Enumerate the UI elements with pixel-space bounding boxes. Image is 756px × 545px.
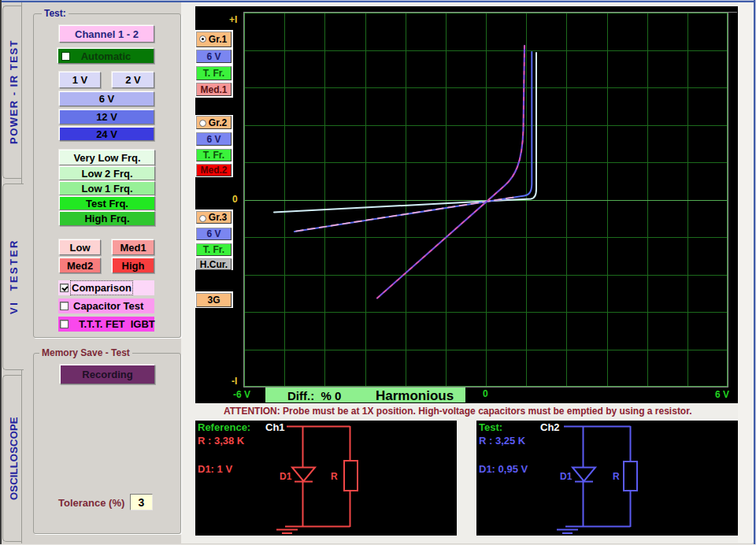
tab-vi-tester-label: VI TESTER: [8, 184, 20, 369]
comparison-checkbox[interactable]: [60, 284, 69, 292]
gr1-volt-button-label: 6 V: [206, 51, 220, 62]
gr2-volt-button[interactable]: 6 V: [196, 132, 232, 146]
24v-button[interactable]: 24 V: [59, 127, 154, 141]
low-2-frq-label: Low 2 Frq.: [82, 168, 133, 180]
gr1-radio-button-label: Gr.1: [209, 34, 227, 45]
very-low-frq-button[interactable]: Very Low Frq.: [59, 150, 155, 165]
memory-save-groupbox-title: Memory Save - Test: [39, 348, 132, 358]
gr3-volt-button-label: 6 V: [206, 228, 220, 239]
low-2-frq-button[interactable]: Low 2 Frq.: [59, 166, 155, 180]
window-border-top-outer: [0, 0, 756, 1]
low-button[interactable]: Low: [59, 239, 101, 255]
capacitor-test-checkbox[interactable]: [60, 302, 69, 310]
gr2-volt-button-label: 6 V: [206, 134, 220, 145]
status-bar: Diff.: % 0 Harmonious: [265, 387, 465, 402]
gr1-freq-button[interactable]: T. Fr.: [196, 66, 232, 80]
channel-1-2-label: Channel 1 - 2: [75, 28, 139, 40]
gr2-extra-button-label: Med.2: [200, 165, 227, 176]
ttt-fet-igbt-row[interactable]: T.T.T. FET IGBT: [58, 317, 154, 332]
gr2-radio-button[interactable]: Gr.2: [196, 116, 232, 129]
application-window: POWER - IR TEST VI TESTER OSCILLOSCOPE T…: [0, 0, 756, 545]
low-1-frq-button[interactable]: Low 1 Frq.: [59, 181, 155, 195]
med2-label: Med2: [67, 260, 93, 272]
1v-button[interactable]: 1 V: [59, 72, 101, 88]
test-frq-label: Test Frq.: [86, 198, 128, 209]
gr3-extra-button[interactable]: H.Cur.: [196, 258, 232, 270]
test-groupbox-title: Test:: [42, 9, 69, 18]
med1-label: Med1: [120, 242, 146, 254]
tab-oscilloscope[interactable]: OSCILLOSCOPE: [2, 375, 21, 542]
gr2-freq-button[interactable]: T. Fr.: [196, 149, 232, 161]
diff-label: Diff.: % 0: [287, 389, 341, 402]
gr3-extra-button-label: H.Cur.: [200, 259, 228, 270]
gr2-extra-button[interactable]: Med.2: [196, 164, 232, 176]
x-left-label: -6 V: [233, 389, 250, 400]
plus-i-label: +I: [229, 14, 237, 25]
gr2-radio[interactable]: [199, 120, 206, 127]
high-label: High: [122, 260, 145, 272]
6v-button[interactable]: 6 V: [59, 91, 154, 106]
reference-circuit-drawing: [195, 421, 457, 536]
24v-label: 24 V: [96, 128, 117, 140]
attention-message: ATTENTION: Probe must be at 1X position.…: [224, 406, 692, 417]
6v-label: 6 V: [99, 93, 115, 105]
med1-button[interactable]: Med1: [112, 239, 154, 255]
recording-label: Recording: [82, 369, 132, 380]
high-frq-label: High Frq.: [84, 213, 129, 224]
window-border-left: [0, 0, 2, 545]
gr3-freq-button[interactable]: T. Fr.: [196, 243, 232, 256]
gr1-radio[interactable]: [199, 35, 206, 43]
test-frq-button[interactable]: Test Frq.: [59, 196, 155, 210]
2v-button[interactable]: 2 V: [112, 72, 154, 88]
x-zero-label: 0: [483, 388, 488, 399]
capacitor-test-row[interactable]: Capacitor Test: [58, 298, 154, 313]
low-1-frq-label: Low 1 Frq.: [82, 183, 133, 195]
gr1-freq-button-label: T. Fr.: [203, 68, 224, 79]
gr2-freq-button-label: T. Fr.: [203, 150, 224, 161]
very-low-frq-label: Very Low Frq.: [73, 152, 140, 164]
low-label: Low: [70, 242, 91, 254]
capacitor-test-label: Capacitor Test: [73, 300, 143, 312]
3g-button[interactable]: 3G: [196, 293, 232, 307]
automatic-label: Automatic: [81, 50, 132, 62]
tab-vi-tester[interactable]: VI TESTER: [2, 184, 24, 370]
gr1-extra-button[interactable]: Med.1: [196, 83, 232, 96]
gr3-radio[interactable]: [199, 215, 206, 222]
recording-button[interactable]: Recording: [60, 365, 155, 384]
ttt-fet-igbt-label: T.T.T. FET IGBT: [79, 318, 155, 330]
harmonious-label: Harmonious: [376, 388, 454, 404]
comparison-row[interactable]: Comparison: [58, 280, 154, 295]
automatic-checkbox[interactable]: [61, 52, 70, 61]
gr1-volt-button[interactable]: 6 V: [196, 50, 232, 63]
high-frq-button[interactable]: High Frq.: [59, 211, 155, 226]
tab-power-ir-test-label: POWER - IR TEST: [8, 6, 20, 178]
tolerance-label: Tolerance (%): [58, 497, 124, 509]
tab-oscilloscope-label: OSCILLOSCOPE: [8, 376, 20, 541]
ttt-fet-igbt-checkbox[interactable]: [60, 320, 69, 328]
zero-y-label: 0: [232, 194, 238, 205]
comparison-label: Comparison: [72, 282, 132, 294]
12v-button[interactable]: 12 V: [59, 109, 154, 124]
channel-1-2-button[interactable]: Channel 1 - 2: [59, 25, 154, 43]
gr3-volt-button[interactable]: 6 V: [196, 228, 232, 240]
tab-power-ir-test[interactable]: POWER - IR TEST: [2, 6, 21, 179]
gr1-extra-button-label: Med.1: [200, 84, 227, 95]
gr3-radio-button-label: Gr.3: [209, 212, 227, 223]
gr3-radio-button[interactable]: Gr.3: [196, 211, 232, 224]
1v-label: 1 V: [72, 74, 88, 86]
tolerance-input[interactable]: 3: [130, 494, 153, 510]
right-margin: [738, 2, 754, 543]
tolerance-value: 3: [139, 496, 145, 509]
minus-i-label: -I: [232, 376, 237, 387]
high-button[interactable]: High: [112, 258, 154, 273]
12v-label: 12 V: [96, 111, 117, 123]
med2-button[interactable]: Med2: [59, 258, 101, 273]
gr1-radio-button[interactable]: Gr.1: [196, 32, 232, 47]
scope-grid-and-traces: [195, 6, 738, 403]
3g-label: 3G: [207, 295, 220, 306]
test-circuit-drawing: [476, 421, 738, 536]
automatic-button[interactable]: Automatic: [57, 48, 154, 64]
window-border-right: [754, 0, 755, 545]
x-right-label: 6 V: [715, 389, 729, 400]
gr2-radio-button-label: Gr.2: [209, 117, 227, 128]
